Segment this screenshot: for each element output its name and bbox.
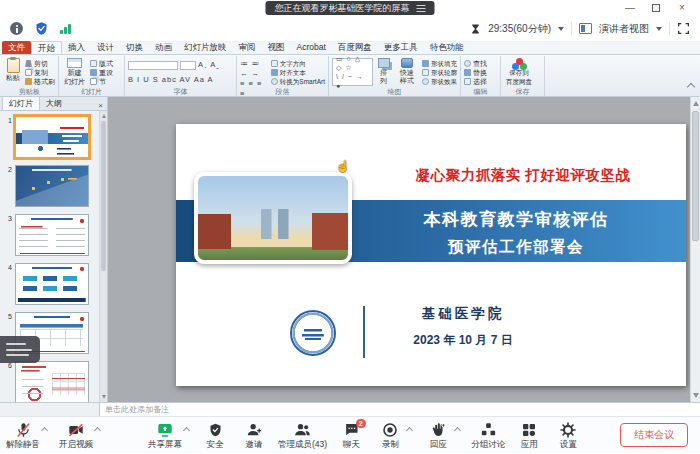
find-button[interactable]: 查找 <box>464 59 487 68</box>
tab-animations[interactable]: 动画 <box>149 41 178 54</box>
canvas-scroll-down-icon[interactable] <box>693 393 699 398</box>
tab-more-tools[interactable]: 更多工具 <box>378 41 424 54</box>
font-name-select[interactable] <box>128 61 178 70</box>
reaction-options-icon[interactable] <box>454 426 461 433</box>
pane-close-icon[interactable]: × <box>94 101 107 110</box>
tab-slideshow[interactable]: 幻灯片放映 <box>178 41 233 54</box>
collapse-ribbon-icon[interactable] <box>687 83 695 91</box>
layout-button[interactable]: 版式 <box>90 59 113 68</box>
shape-effects-button[interactable]: 形状效果 <box>422 77 457 86</box>
shape-outline-icon <box>422 69 429 76</box>
slide-thumbnail-4[interactable]: 4 <box>2 263 95 305</box>
copy-button[interactable]: 复制 <box>25 68 55 77</box>
scroll-down-icon[interactable] <box>102 395 106 399</box>
tab-extra[interactable]: 特色功能 <box>424 41 470 54</box>
text-direction-button[interactable]: 文字方向 <box>271 59 325 68</box>
mute-options-icon[interactable] <box>41 426 48 433</box>
security-button[interactable]: 安全 <box>200 422 230 449</box>
align-text-icon <box>271 69 278 76</box>
manage-members-button[interactable]: 管理成员(43) <box>278 422 327 449</box>
maximize-button[interactable] <box>644 0 668 15</box>
ribbon-group-slides: 新建幻灯片 版式 重设 节 幻灯片 <box>59 56 125 96</box>
pane-tab-outline[interactable]: 大纲 <box>40 97 68 110</box>
invite-person-icon <box>246 422 263 438</box>
save-to-baidu-button[interactable]: 保存到百度网盘 <box>504 58 534 86</box>
tab-review[interactable]: 审阅 <box>233 41 262 54</box>
overlay-line <box>6 349 32 351</box>
canvas-scroll-thumb[interactable] <box>692 111 699 241</box>
view-dropdown-icon[interactable] <box>656 27 662 31</box>
reactions-button[interactable]: 回应 <box>423 422 453 449</box>
invite-button[interactable]: 邀请 <box>239 422 269 449</box>
pane-scrollbar[interactable] <box>99 111 107 402</box>
unmute-button[interactable]: 解除静音 <box>6 422 40 449</box>
start-video-button[interactable]: 开启视频 <box>59 422 93 449</box>
tab-view[interactable]: 视图 <box>262 41 291 54</box>
shape-fill-button[interactable]: 形状填充 <box>422 59 457 68</box>
tab-acrobat[interactable]: Acrobat <box>291 41 332 54</box>
new-slide-button[interactable]: 新建幻灯片 <box>62 58 87 86</box>
slide-thumbnail-1[interactable]: 1 <box>2 116 95 158</box>
security-shield-icon[interactable] <box>34 21 49 36</box>
format-painter-button[interactable]: 格式刷 <box>25 77 55 86</box>
tab-home[interactable]: 开始 <box>31 41 62 54</box>
breakout-rooms-button[interactable]: 分组讨论 <box>471 422 505 449</box>
slide-headline[interactable]: 凝心聚力抓落实 打好迎评攻坚战 <box>362 166 684 185</box>
canvas-scroll-up-icon[interactable] <box>693 101 699 106</box>
list-indent-buttons[interactable]: ≔ ≕ ← → <box>240 59 268 79</box>
apps-button[interactable]: 应用 <box>514 422 544 449</box>
campus-photo[interactable] <box>194 172 352 264</box>
current-slide[interactable]: 凝心聚力抓落实 打好迎评攻坚战 本科教育教学审核评估 预评估工作部署会 ☝ 基础… <box>176 124 686 386</box>
shapes-gallery[interactable]: ▭ ○ △ ◇ ☆ \ / ~ → ● <box>332 58 373 86</box>
tab-insert[interactable]: 插入 <box>62 41 91 54</box>
meeting-info-icon[interactable] <box>10 22 23 35</box>
canvas-scrollbar[interactable] <box>690 97 700 402</box>
slide-title-line2[interactable]: 预评估工作部署会 <box>352 237 680 258</box>
slide-thumbnail-2[interactable]: 2 <box>2 165 95 207</box>
slide-thumbnail-6[interactable]: 6 <box>2 361 95 402</box>
tab-file[interactable]: 文件 <box>2 41 31 54</box>
settings-button[interactable]: 设置 <box>553 422 583 449</box>
record-button[interactable]: 录制 <box>375 422 405 449</box>
slide-title-line1[interactable]: 本科教育教学审核评估 <box>352 208 680 231</box>
close-button[interactable]: × <box>670 0 694 15</box>
slide-thumbnail-3[interactable]: 3 <box>2 214 95 256</box>
tab-baidu-pan[interactable]: 百度网盘 <box>332 41 378 54</box>
pane-scroll-thumb[interactable] <box>101 121 106 271</box>
share-screen-button[interactable]: 共享屏幕 <box>148 422 182 449</box>
banner-menu-icon[interactable] <box>417 5 426 12</box>
notes-placeholder[interactable]: 单击此处添加备注 <box>100 403 169 416</box>
cut-button[interactable]: 剪切 <box>25 59 55 68</box>
font-size-select[interactable] <box>180 61 196 70</box>
view-mode-label[interactable]: 演讲者视图 <box>599 22 649 36</box>
font-grow-shrink-buttons[interactable]: A˰ Aˬ <box>198 60 220 70</box>
quick-styles-button[interactable]: 快速样式 <box>395 58 419 86</box>
end-meeting-button[interactable]: 结束会议 <box>620 423 688 447</box>
replace-button[interactable]: 替换 <box>464 68 487 77</box>
pane-tab-slides[interactable]: 幻灯片 <box>2 96 40 110</box>
tab-design[interactable]: 设计 <box>91 41 120 54</box>
tab-transitions[interactable]: 切换 <box>120 41 149 54</box>
slide-org-name[interactable]: 基础医学院 <box>379 305 547 323</box>
fullscreen-icon[interactable] <box>677 22 690 35</box>
record-options-icon[interactable] <box>406 426 413 433</box>
paste-button[interactable]: 粘贴 <box>4 58 22 86</box>
video-options-icon[interactable] <box>94 426 101 433</box>
section-button[interactable]: 节 <box>90 77 113 86</box>
font-style-buttons[interactable]: B I U S abc AV Aa A <box>128 75 214 85</box>
minimize-button[interactable]: — <box>618 0 642 15</box>
arrange-button[interactable]: 排列 <box>376 58 392 86</box>
select-button[interactable]: 选择 <box>464 77 487 86</box>
reset-button[interactable]: 重设 <box>90 68 113 77</box>
scroll-up-icon[interactable] <box>102 114 106 118</box>
smartart-button[interactable]: 转换为SmartArt <box>271 77 325 86</box>
shape-outline-button[interactable]: 形状轮廓 <box>422 68 457 77</box>
share-options-icon[interactable] <box>183 426 190 433</box>
chat-button[interactable]: 2 聊天 <box>336 422 366 449</box>
align-text-button[interactable]: 对齐文本 <box>271 68 325 77</box>
group-label-slides: 幻灯片 <box>59 87 124 96</box>
slide-date[interactable]: 2023 年 10 月 7 日 <box>372 332 554 349</box>
timer-dropdown-icon[interactable] <box>558 27 564 31</box>
ribbon-group-clipboard: 粘贴 剪切 复制 格式刷 剪贴板 <box>1 56 59 96</box>
chat-badge: 2 <box>356 419 366 428</box>
